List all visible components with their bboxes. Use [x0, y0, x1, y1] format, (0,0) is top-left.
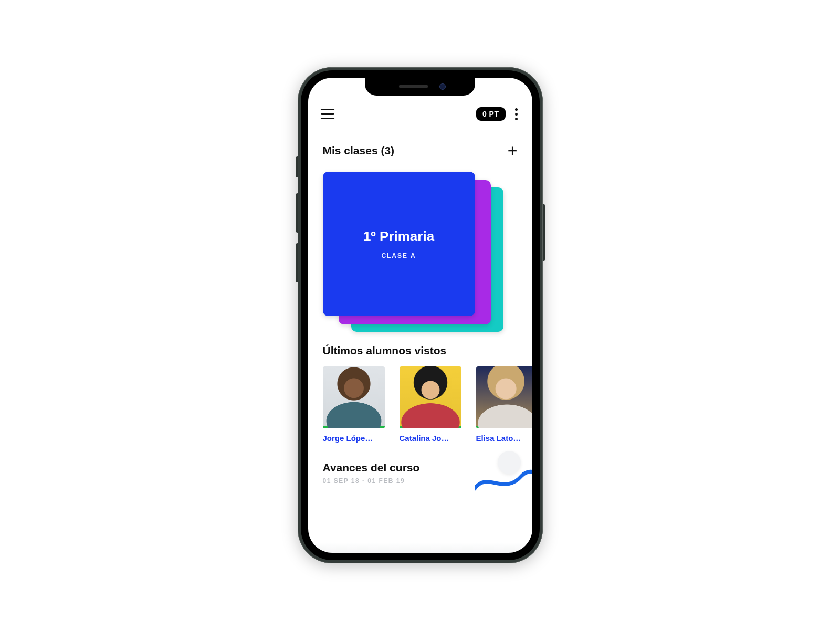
device-volume-up [296, 193, 298, 233]
student-card-3[interactable]: Elisa Lato… [476, 366, 532, 443]
app-body: Mis clases (3) + 1º Primaria CLASE A [308, 128, 532, 553]
points-chip[interactable]: 0 PT [476, 107, 506, 121]
app-root: 0 PT Mis clases (3) + [308, 78, 532, 553]
student-status-bar [400, 426, 461, 428]
class-card-grade: 1º Primaria [363, 228, 434, 245]
student-photo [476, 366, 532, 428]
menu-icon[interactable] [321, 107, 335, 121]
device-frame: 0 PT Mis clases (3) + [298, 67, 543, 563]
chart-line-decoration [475, 468, 532, 494]
student-photo [323, 366, 385, 428]
app-header: 0 PT [308, 102, 532, 128]
device-volume-down [296, 243, 298, 282]
plus-icon: + [508, 141, 518, 160]
add-class-button[interactable]: + [508, 142, 518, 159]
student-name: Elisa Lato… [476, 434, 532, 443]
student-name: Jorge Lópe… [323, 434, 385, 443]
student-photo [400, 366, 461, 428]
classes-header-row: Mis clases (3) + [308, 128, 532, 166]
bottom-fade [308, 542, 532, 553]
student-name: Catalina Jo… [400, 434, 461, 443]
student-status-bar [323, 426, 385, 428]
device-notch [365, 78, 475, 96]
class-card-1[interactable]: 1º Primaria CLASE A [323, 172, 475, 316]
device-mute-switch [296, 156, 298, 177]
students-row[interactable]: Jorge Lópe… Catalina Jo… [323, 366, 532, 443]
student-card-1[interactable]: Jorge Lópe… [323, 366, 385, 443]
header-actions: 0 PT [476, 106, 520, 122]
more-icon[interactable] [513, 106, 520, 122]
progress-section: Avances del curso 01 SEP 18 - 01 FEB 19 [308, 443, 532, 485]
students-section-title: Últimos alumnos vistos [323, 344, 532, 357]
device-power-button [543, 204, 545, 261]
app-screen: 0 PT Mis clases (3) + [308, 78, 532, 553]
device-camera [439, 83, 446, 90]
class-card-group: CLASE A [381, 252, 416, 259]
classes-section-title: Mis clases (3) [323, 144, 395, 157]
student-status-bar [476, 426, 532, 428]
device-bezel: 0 PT Mis clases (3) + [301, 70, 540, 560]
class-cards-stack: 1º Primaria CLASE A [323, 172, 532, 327]
device-speaker [399, 85, 428, 88]
students-section: Últimos alumnos vistos Jorge Lópe… [308, 327, 532, 443]
student-card-2[interactable]: Catalina Jo… [400, 366, 461, 443]
